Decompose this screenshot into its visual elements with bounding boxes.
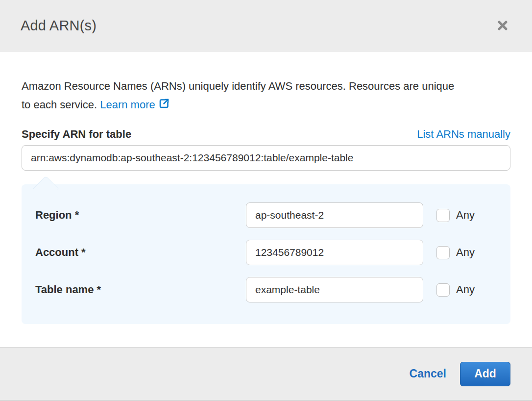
account-any-label: Any (456, 246, 475, 259)
region-any-label: Any (456, 209, 475, 222)
modal-footer: Cancel Add (0, 347, 532, 401)
add-button[interactable]: Add (460, 362, 510, 386)
arn-breakdown-panel: Region * Any Account * Any Table name * … (22, 184, 510, 324)
account-any-checkbox[interactable] (436, 246, 450, 259)
account-input[interactable] (246, 240, 423, 265)
region-input[interactable] (246, 202, 423, 228)
close-icon (497, 20, 508, 31)
specify-arn-label: Specify ARN for table (22, 128, 131, 141)
intro-sentence: Amazon Resource Names (ARNs) uniquely id… (22, 80, 454, 111)
modal-header: Add ARN(s) (0, 0, 532, 51)
table-name-any-label: Any (456, 283, 475, 296)
region-label: Region * (35, 209, 246, 222)
account-field-row: Account * Any (35, 240, 491, 265)
add-arn-modal: Add ARN(s) Amazon Resource Names (ARNs) … (0, 0, 532, 401)
intro-text: Amazon Resource Names (ARNs) uniquely id… (22, 77, 462, 115)
learn-more-link[interactable]: Learn more (100, 99, 170, 111)
arn-input[interactable] (22, 145, 510, 171)
cancel-button[interactable]: Cancel (410, 367, 446, 380)
table-name-input[interactable] (246, 277, 423, 302)
list-arns-manually-link[interactable]: List ARNs manually (417, 128, 510, 141)
arn-label-row: Specify ARN for table List ARNs manually (22, 128, 510, 141)
external-link-icon (158, 97, 170, 115)
region-field-row: Region * Any (35, 202, 491, 228)
account-label: Account * (35, 246, 246, 259)
modal-body: Amazon Resource Names (ARNs) uniquely id… (0, 51, 532, 347)
table-name-label: Table name * (35, 283, 246, 296)
region-any-checkbox[interactable] (436, 209, 450, 222)
table-name-any-checkbox[interactable] (436, 283, 450, 297)
modal-title: Add ARN(s) (21, 18, 97, 34)
learn-more-label: Learn more (100, 99, 155, 111)
close-button[interactable] (494, 17, 511, 34)
table-name-field-row: Table name * Any (35, 277, 491, 302)
